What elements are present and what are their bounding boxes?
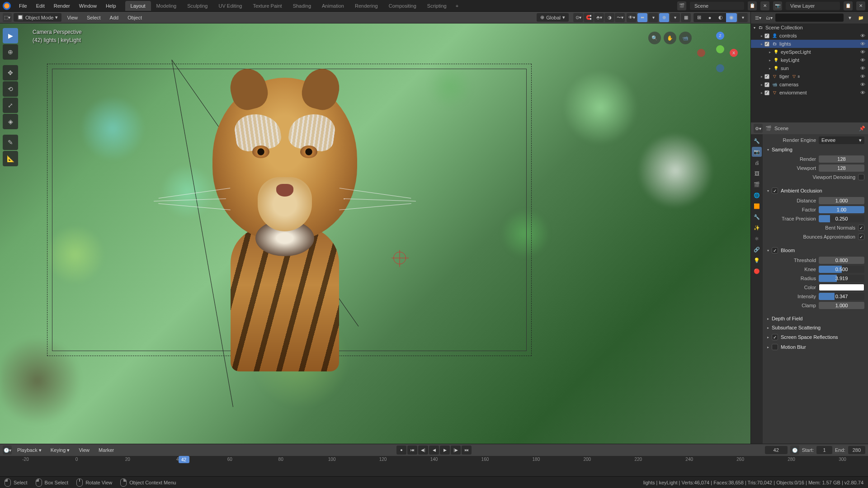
outliner-item-enviornment[interactable]: ▸▽enviornment👁 — [751, 89, 868, 97]
jump-prev-key-button[interactable]: ◀| — [418, 446, 428, 455]
render-samples-field[interactable]: 128 — [819, 155, 864, 163]
overlay-dropdown[interactable]: ▾ — [670, 13, 680, 22]
viewlayer-browse-icon[interactable]: 📷 — [773, 1, 782, 10]
outliner-search-input[interactable] — [775, 14, 844, 22]
bloom-clamp-field[interactable]: 1.000 — [819, 302, 864, 309]
collection-enable-checkbox[interactable] — [764, 90, 769, 95]
ao-bounce-checkbox[interactable] — [858, 234, 864, 240]
pin-icon[interactable]: 📌 — [859, 126, 865, 131]
current-frame-field[interactable]: 42 — [765, 446, 788, 454]
jump-end-button[interactable]: ⏭ — [462, 446, 472, 455]
visibility-toggle-icon[interactable]: 👁 — [860, 49, 865, 55]
tool-rotate[interactable]: ⟲ — [3, 81, 18, 97]
menu-file[interactable]: File — [14, 1, 32, 10]
proportional-toggle[interactable]: ◑ — [604, 13, 614, 22]
props-type-icon[interactable]: ⚙▾ — [754, 124, 763, 133]
ao-factor-slider[interactable]: 1.00 — [819, 206, 864, 213]
outliner-display-icon[interactable]: 🗂▾ — [764, 13, 774, 22]
select-menu[interactable]: Select — [83, 14, 104, 22]
panel-sss-header[interactable]: ▸Subsurface Scattering — [766, 323, 864, 332]
render-engine-dropdown[interactable]: Eevee▾ — [819, 136, 864, 144]
ptab-material[interactable]: 🔴 — [752, 266, 762, 276]
ptab-world[interactable]: 🌐 — [752, 190, 762, 200]
workspace-tab-uv-editing[interactable]: UV Editing — [213, 1, 247, 11]
tool-select-box[interactable]: ▶ — [3, 28, 18, 43]
panel-ssr-header[interactable]: ▸Screen Space Reflections — [766, 332, 864, 342]
ptab-viewlayer[interactable]: 🖼 — [752, 169, 762, 178]
bloom-color-swatch[interactable] — [819, 284, 864, 291]
panel-ao-header[interactable]: ▾Ambient Occlusion — [766, 186, 864, 196]
menu-edit[interactable]: Edit — [32, 1, 49, 10]
tool-cursor[interactable]: ⊕ — [3, 44, 18, 60]
tool-annotate[interactable]: ✎ — [3, 135, 18, 150]
shading-lookdev[interactable]: ◐ — [715, 13, 726, 22]
snap-toggle[interactable]: 🧲 — [584, 13, 594, 22]
outliner-new-collection-icon[interactable]: 📁 — [856, 13, 865, 22]
autokey-toggle[interactable]: ● — [396, 446, 406, 455]
outliner-filter-icon[interactable]: ▼ — [845, 13, 854, 22]
panel-bloom-header[interactable]: ▾Bloom — [766, 245, 864, 255]
workspace-tab-compositing[interactable]: Compositing — [383, 1, 422, 11]
ptab-render[interactable]: 📷 — [752, 147, 762, 157]
add-workspace-button[interactable]: + — [452, 1, 462, 10]
visibility-toggle-icon[interactable]: 👁 — [860, 90, 865, 95]
menu-help[interactable]: Help — [101, 1, 121, 10]
viewlayer-name-field[interactable]: View Layer — [786, 2, 840, 10]
gizmo-neg-x[interactable] — [697, 49, 705, 57]
viewlayer-delete-icon[interactable]: ✕ — [856, 1, 865, 10]
shading-options-dropdown[interactable]: ▾ — [738, 13, 748, 22]
editor-type-icon[interactable]: ⬚▾ — [3, 13, 12, 22]
start-frame-field[interactable]: 1 — [816, 446, 832, 454]
keying-menu[interactable]: Keying ▾ — [47, 446, 74, 455]
gizmo-x-axis[interactable]: X — [730, 49, 738, 57]
bloom-radius-slider[interactable]: 3.919 — [819, 275, 864, 282]
mblur-enable-checkbox[interactable] — [772, 344, 778, 350]
nav-pan-icon[interactable]: ✋ — [664, 32, 676, 44]
outliner-item-cameras[interactable]: ▸📹cameras👁 — [751, 80, 868, 89]
workspace-tab-scripting[interactable]: Scripting — [422, 1, 452, 11]
workspace-tab-layout[interactable]: Layout — [125, 1, 151, 11]
jump-next-key-button[interactable]: |▶ — [451, 446, 461, 455]
workspace-tab-rendering[interactable]: Rendering — [349, 1, 383, 11]
outliner-item-controls[interactable]: ▸👤controls👁 — [751, 32, 868, 40]
shading-wireframe[interactable]: ⊞ — [693, 13, 704, 22]
shading-solid[interactable]: ● — [704, 13, 715, 22]
workspace-tab-modeling[interactable]: Modeling — [151, 1, 182, 11]
ptab-output[interactable]: 🖨 — [752, 158, 762, 168]
outliner-item-eyeSpecLight[interactable]: ▸💡eyeSpecLight👁 — [751, 48, 868, 56]
outliner-item-sun[interactable]: ▸💡sun👁 — [751, 64, 868, 72]
outliner-type-icon[interactable]: ☰▾ — [754, 13, 763, 22]
visibility-toggle-icon[interactable]: 👁 — [860, 41, 865, 47]
timeline-ruler[interactable]: -200204060801001201401601802002202402602… — [0, 456, 868, 476]
snap-target-dropdown[interactable]: ⬘▾ — [594, 13, 604, 22]
nav-camera-icon[interactable]: 📹 — [679, 32, 692, 44]
bloom-knee-slider[interactable]: 0.500 — [819, 266, 864, 273]
workspace-tab-texture-paint[interactable]: Texture Paint — [247, 1, 287, 11]
tool-measure[interactable]: 📐 — [3, 151, 18, 166]
outliner-item-lights[interactable]: ▸🗀lights👁 — [751, 40, 868, 48]
panel-sampling-header[interactable]: ▾Sampling — [766, 145, 864, 154]
orientation-dropdown[interactable]: ⊕ Global ▾ — [537, 13, 569, 22]
visibility-toggle-icon[interactable]: 👁 — [860, 66, 865, 71]
ao-distance-field[interactable]: 1.000 — [819, 197, 864, 204]
gizmo-dropdown[interactable]: ▾ — [648, 13, 658, 22]
view-menu[interactable]: View — [63, 14, 81, 22]
xray-toggle[interactable]: ▦ — [681, 13, 691, 22]
scene-new-icon[interactable]: 📋 — [748, 1, 757, 10]
gizmo-toggle[interactable]: ⬌ — [637, 13, 647, 22]
preview-range-toggle[interactable]: 🕐 — [790, 446, 799, 455]
ptab-particle[interactable]: ✨ — [752, 223, 762, 233]
scene-delete-icon[interactable]: ✕ — [760, 1, 769, 10]
viewport-samples-field[interactable]: 128 — [819, 164, 864, 172]
gizmo-neg-z[interactable] — [716, 64, 724, 72]
workspace-tab-shading[interactable]: Shading — [288, 1, 316, 11]
workspace-tab-animation[interactable]: Animation — [316, 1, 349, 11]
menu-render[interactable]: Render — [49, 1, 75, 10]
visibility-toggle-icon[interactable]: 👁 — [860, 57, 865, 63]
panel-dof-header[interactable]: ▸Depth of Field — [766, 314, 864, 323]
tool-scale[interactable]: ⤢ — [3, 98, 18, 113]
ao-enable-checkbox[interactable] — [772, 188, 778, 194]
ptab-tool[interactable]: 🔧 — [752, 136, 762, 146]
collection-enable-checkbox[interactable] — [764, 82, 769, 87]
scene-name-field[interactable]: Scene — [690, 2, 744, 10]
